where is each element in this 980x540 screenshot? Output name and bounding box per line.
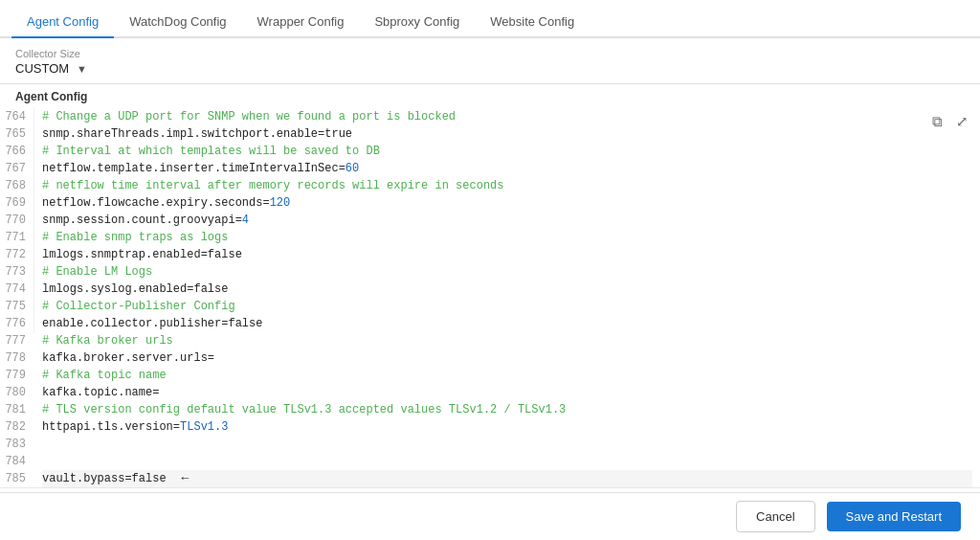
- cursor-arrow: ←: [174, 470, 189, 487]
- tab-agent-config[interactable]: Agent Config: [11, 7, 114, 38]
- code-line: [42, 436, 972, 453]
- tab-watchdog-config[interactable]: WatchDog Config: [114, 7, 241, 38]
- code-line: lmlogs.snmptrap.enabled=false: [42, 246, 972, 263]
- tab-website-config[interactable]: Website Config: [475, 7, 590, 38]
- code-line: kafka.topic.name=: [42, 384, 972, 401]
- line-number: 781: [4, 401, 26, 418]
- code-line: # Enable LM Logs: [42, 263, 972, 281]
- tab-wrapper-config[interactable]: Wrapper Config: [242, 7, 360, 38]
- code-editor[interactable]: 7557567577587597607617627637647657667677…: [0, 107, 980, 487]
- code-line: # Kafka topic name: [42, 367, 972, 384]
- line-number: 774: [4, 281, 26, 298]
- line-number: 775: [4, 298, 26, 315]
- line-number: 776: [4, 315, 26, 332]
- line-number: 769: [4, 194, 26, 212]
- config-value: TLSv1.3: [180, 420, 228, 434]
- code-line: # Kafka broker urls: [42, 332, 972, 349]
- code-line: # TLS version config default value TLSv1…: [42, 401, 972, 418]
- bottom-bar: Cancel Save and Restart: [0, 492, 980, 540]
- line-numbers: 7557567577587597607617627637647657667677…: [0, 107, 34, 333]
- config-value: 120: [270, 196, 291, 210]
- collector-label: Collector Size: [15, 48, 965, 59]
- line-number: 768: [4, 177, 26, 194]
- collector-value: CUSTOM: [15, 61, 69, 76]
- line-number: 771: [4, 229, 26, 246]
- line-number: 766: [4, 143, 26, 160]
- code-line: httpapi.tls.version=TLSv1.3: [42, 418, 972, 436]
- line-number: 765: [4, 125, 26, 143]
- line-number: 772: [4, 246, 26, 263]
- code-line: # Change a UDP port for SNMP when we fou…: [42, 108, 972, 125]
- line-number: 784: [4, 453, 26, 470]
- code-line: # Collector-Publisher Config: [42, 298, 972, 315]
- code-line: kafka.broker.server.urls=: [42, 349, 972, 367]
- line-number: 783: [4, 436, 26, 453]
- code-line: snmp.shareThreads.impl.switchport.enable…: [42, 125, 972, 143]
- section-label: Agent Config: [0, 84, 980, 107]
- line-number: 764: [4, 108, 26, 125]
- config-value: 4: [242, 214, 249, 227]
- code-line: enable.collector.publisher=false: [42, 315, 972, 332]
- code-line: [42, 453, 972, 470]
- line-number: 779: [4, 367, 26, 384]
- line-number: 778: [4, 349, 26, 367]
- code-line: snmp.session.count.groovyapi=4: [42, 212, 972, 229]
- cancel-button[interactable]: Cancel: [736, 501, 814, 532]
- line-number: 777: [4, 332, 26, 349]
- copy-button[interactable]: ⧉: [928, 111, 947, 132]
- editor-toolbar: ⧉ ⤢: [928, 111, 972, 132]
- code-content[interactable]: ## service.reactivate_gc.cum=60snmp.sess…: [34, 107, 980, 333]
- code-line: lmlogs.syslog.enabled=false: [42, 281, 972, 298]
- expand-button[interactable]: ⤢: [952, 111, 972, 132]
- line-number: 780: [4, 384, 26, 401]
- tab-bar: Agent Config WatchDog Config Wrapper Con…: [0, 0, 980, 38]
- code-line: # Interval at which templates will be sa…: [42, 143, 972, 160]
- line-number: 770: [4, 212, 26, 229]
- code-line: # Enable snmp traps as logs: [42, 229, 972, 246]
- line-number: 767: [4, 160, 26, 177]
- config-value: 60: [345, 162, 359, 175]
- code-line: netflow.template.inserter.timeIntervalIn…: [42, 160, 972, 177]
- tab-sbproxy-config[interactable]: Sbproxy Config: [359, 7, 475, 38]
- save-restart-button[interactable]: Save and Restart: [827, 502, 961, 531]
- chevron-down-icon: ▼: [77, 63, 87, 75]
- line-number: 782: [4, 418, 26, 436]
- code-line: # netflow time interval after memory rec…: [42, 177, 972, 194]
- code-line: vault.bypass=false ←: [42, 470, 972, 487]
- collector-section: Collector Size CUSTOM ▼: [0, 38, 980, 84]
- line-number: 773: [4, 263, 26, 281]
- collector-select[interactable]: CUSTOM ▼: [15, 61, 965, 76]
- code-line: netflow.flowcache.expiry.seconds=120: [42, 194, 972, 212]
- editor-container: ⧉ ⤢ 755756757758759760761762763764765766…: [0, 107, 980, 488]
- line-number: 785: [4, 470, 26, 487]
